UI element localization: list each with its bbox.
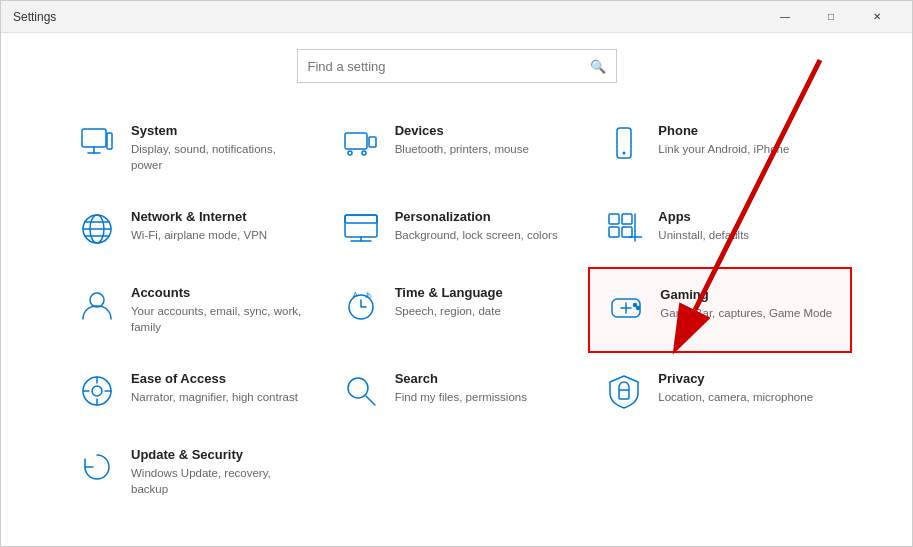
time-title: Time & Language <box>395 285 573 300</box>
devices-desc: Bluetooth, printers, mouse <box>395 141 573 157</box>
svg-rect-3 <box>107 133 112 149</box>
search-input[interactable] <box>308 59 590 74</box>
time-icon: Aあ <box>341 285 381 325</box>
svg-point-6 <box>348 151 352 155</box>
svg-rect-0 <box>82 129 106 147</box>
network-icon <box>77 209 117 249</box>
setting-item-update[interactable]: Update & Security Windows Update, recove… <box>61 429 325 515</box>
network-text: Network & Internet Wi-Fi, airplane mode,… <box>131 209 309 243</box>
privacy-text: Privacy Location, camera, microphone <box>658 371 836 405</box>
phone-title: Phone <box>658 123 836 138</box>
setting-item-apps[interactable]: Apps Uninstall, defaults <box>588 191 852 267</box>
content-area: System Display, sound, notifications, po… <box>1 95 912 546</box>
svg-point-35 <box>92 386 102 396</box>
svg-rect-5 <box>369 137 376 147</box>
setting-item-gaming[interactable]: Gaming Game Bar, captures, Game Mode <box>588 267 852 353</box>
settings-grid: System Display, sound, notifications, po… <box>61 105 852 516</box>
svg-rect-22 <box>622 227 632 237</box>
setting-item-search[interactable]: Search Find my files, permissions <box>325 353 589 429</box>
svg-point-40 <box>348 378 368 398</box>
search-box: 🔍 <box>297 49 617 83</box>
minimize-button[interactable]: — <box>762 1 808 33</box>
time-desc: Speech, region, date <box>395 303 573 319</box>
gaming-title: Gaming <box>660 287 834 302</box>
phone-icon <box>604 123 644 163</box>
search-bar-area: 🔍 <box>1 33 912 95</box>
close-button[interactable]: ✕ <box>854 1 900 33</box>
svg-point-32 <box>634 304 637 307</box>
svg-rect-20 <box>622 214 632 224</box>
time-text: Time & Language Speech, region, date <box>395 285 573 319</box>
personalization-title: Personalization <box>395 209 573 224</box>
ease-text: Ease of Access Narrator, magnifier, high… <box>131 371 309 405</box>
setting-item-accounts[interactable]: Accounts Your accounts, email, sync, wor… <box>61 267 325 353</box>
search-title: Search <box>395 371 573 386</box>
apps-icon <box>604 209 644 249</box>
ease-desc: Narrator, magnifier, high contrast <box>131 389 309 405</box>
search-icon: 🔍 <box>590 59 606 74</box>
setting-item-system[interactable]: System Display, sound, notifications, po… <box>61 105 325 191</box>
svg-line-41 <box>366 396 375 405</box>
network-title: Network & Internet <box>131 209 309 224</box>
accounts-text: Accounts Your accounts, email, sync, wor… <box>131 285 309 335</box>
search-text: Search Find my files, permissions <box>395 371 573 405</box>
personalization-desc: Background, lock screen, colors <box>395 227 573 243</box>
gaming-text: Gaming Game Bar, captures, Game Mode <box>660 287 834 321</box>
personalization-text: Personalization Background, lock screen,… <box>395 209 573 243</box>
svg-point-7 <box>362 151 366 155</box>
svg-rect-19 <box>609 214 619 224</box>
devices-icon <box>341 123 381 163</box>
svg-rect-21 <box>609 227 619 237</box>
svg-rect-15 <box>345 215 377 237</box>
apps-title: Apps <box>658 209 836 224</box>
setting-item-privacy[interactable]: Privacy Location, camera, microphone <box>588 353 852 429</box>
accounts-desc: Your accounts, email, sync, work, family <box>131 303 309 335</box>
svg-point-33 <box>637 307 640 310</box>
svg-text:A: A <box>353 291 358 298</box>
svg-text:あ: あ <box>365 291 372 299</box>
gaming-desc: Game Bar, captures, Game Mode <box>660 305 834 321</box>
system-icon <box>77 123 117 163</box>
svg-rect-16 <box>345 215 377 223</box>
personalization-icon <box>341 209 381 249</box>
privacy-desc: Location, camera, microphone <box>658 389 836 405</box>
phone-text: Phone Link your Android, iPhone <box>658 123 836 157</box>
apps-desc: Uninstall, defaults <box>658 227 836 243</box>
accounts-title: Accounts <box>131 285 309 300</box>
privacy-title: Privacy <box>658 371 836 386</box>
maximize-button[interactable]: □ <box>808 1 854 33</box>
setting-item-personalization[interactable]: Personalization Background, lock screen,… <box>325 191 589 267</box>
network-desc: Wi-Fi, airplane mode, VPN <box>131 227 309 243</box>
apps-text: Apps Uninstall, defaults <box>658 209 836 243</box>
ease-title: Ease of Access <box>131 371 309 386</box>
svg-rect-42 <box>619 390 629 399</box>
svg-point-25 <box>90 293 104 307</box>
update-desc: Windows Update, recovery, backup <box>131 465 309 497</box>
setting-item-ease[interactable]: Ease of Access Narrator, magnifier, high… <box>61 353 325 429</box>
update-title: Update & Security <box>131 447 309 462</box>
system-title: System <box>131 123 309 138</box>
gaming-icon <box>606 287 646 327</box>
setting-item-phone[interactable]: Phone Link your Android, iPhone <box>588 105 852 191</box>
update-icon <box>77 447 117 487</box>
phone-desc: Link your Android, iPhone <box>658 141 836 157</box>
settings-window: Settings — □ ✕ 🔍 System Display, sound, … <box>0 0 913 547</box>
devices-title: Devices <box>395 123 573 138</box>
devices-text: Devices Bluetooth, printers, mouse <box>395 123 573 157</box>
system-text: System Display, sound, notifications, po… <box>131 123 309 173</box>
system-desc: Display, sound, notifications, power <box>131 141 309 173</box>
svg-rect-4 <box>345 133 367 149</box>
search-desc: Find my files, permissions <box>395 389 573 405</box>
search-icon <box>341 371 381 411</box>
setting-item-network[interactable]: Network & Internet Wi-Fi, airplane mode,… <box>61 191 325 267</box>
window-title: Settings <box>13 10 56 24</box>
window-controls: — □ ✕ <box>762 1 900 33</box>
setting-item-time[interactable]: Aあ Time & Language Speech, region, date <box>325 267 589 353</box>
privacy-icon <box>604 371 644 411</box>
ease-icon <box>77 371 117 411</box>
accounts-icon <box>77 285 117 325</box>
setting-item-devices[interactable]: Devices Bluetooth, printers, mouse <box>325 105 589 191</box>
title-bar: Settings — □ ✕ <box>1 1 912 33</box>
update-text: Update & Security Windows Update, recove… <box>131 447 309 497</box>
